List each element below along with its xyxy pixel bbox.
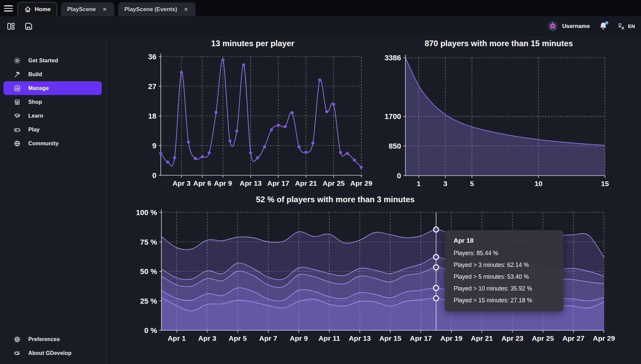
svg-text:Apr 9: Apr 9 [290, 334, 308, 342]
storefront-icon [13, 98, 21, 106]
svg-text:27: 27 [148, 82, 156, 91]
svg-text:18: 18 [148, 112, 156, 120]
svg-text:Apr 6: Apr 6 [193, 179, 211, 187]
svg-text:36: 36 [148, 53, 156, 61]
svg-text:10: 10 [535, 180, 542, 187]
sidebar-item-about[interactable]: About GDevelop [3, 346, 102, 360]
graduation-cap-icon [13, 112, 21, 120]
tooltip-line: Played > 3 minutes: 62.14 % [454, 262, 555, 269]
svg-text:Apr 27: Apr 27 [562, 334, 584, 342]
tooltip-line: Played > 15 minutes: 27.18 % [454, 297, 555, 304]
svg-text:0: 0 [397, 172, 401, 180]
sun-icon [13, 57, 21, 64]
hammer-icon [13, 71, 21, 78]
svg-text:Apr 9: Apr 9 [214, 179, 232, 187]
chart-tooltip: Apr 18 Players: 85.44 % Played > 3 minut… [445, 230, 563, 311]
sidebar-item-label: Preferences [28, 336, 60, 342]
svg-text:Apr 19: Apr 19 [440, 334, 462, 342]
svg-text:Apr 29: Apr 29 [593, 334, 615, 342]
svg-text:Apr 3: Apr 3 [198, 334, 216, 342]
svg-text:Apr 3: Apr 3 [173, 179, 191, 187]
svg-text:Apr 17: Apr 17 [267, 179, 289, 187]
tooltip-line: Players: 85.44 % [454, 250, 555, 257]
svg-text:Apr 17: Apr 17 [410, 334, 432, 342]
tooltip-line: Played > 10 minutes: 35.92 % [454, 285, 555, 292]
sidebar-item-label: Manage [28, 85, 49, 91]
sidebar-item-shop[interactable]: Shop [3, 95, 102, 109]
sidebar-item-preferences[interactable]: Preferences [3, 332, 102, 346]
sidebar-item-label: Get Started [28, 58, 58, 64]
gdevelop-window: Home PlayScene ✕ PlayScene (Events) ✕ [0, 0, 641, 364]
svg-text:Apr 21: Apr 21 [295, 179, 317, 187]
sidebar-item-label: Shop [28, 99, 42, 105]
svg-text:Apr 11: Apr 11 [318, 334, 340, 342]
svg-text:Apr 7: Apr 7 [259, 334, 277, 342]
svg-text:0: 0 [152, 171, 156, 180]
chart1-title: 13 minutes per player [211, 39, 295, 48]
sidebar-item-label: Community [28, 141, 59, 147]
svg-text:Apr 1: Apr 1 [167, 334, 186, 342]
chart2-title: 870 players with more than 15 minutes [425, 39, 573, 48]
gdevelop-logo-icon [13, 350, 21, 357]
sidebar-item-build[interactable]: Build [3, 67, 102, 81]
sidebar-item-community[interactable]: Community [3, 136, 102, 150]
sidebar-item-learn[interactable]: Learn [3, 109, 102, 123]
sidebar-item-label: Learn [28, 113, 43, 119]
svg-text:50 %: 50 % [140, 267, 157, 276]
svg-text:1: 1 [417, 180, 421, 187]
svg-text:100 %: 100 % [136, 208, 157, 217]
bar-chart-icon [13, 85, 21, 92]
svg-text:3: 3 [444, 180, 448, 187]
svg-text:Apr 5: Apr 5 [229, 334, 247, 342]
gear-icon [13, 336, 21, 343]
sidebar-item-play[interactable]: Play [3, 123, 102, 136]
svg-text:9: 9 [152, 142, 156, 150]
svg-text:Apr 13: Apr 13 [349, 334, 371, 342]
sidebar-item-label: About GDevelop [28, 350, 71, 356]
svg-text:1700: 1700 [385, 112, 401, 121]
sidebar-item-label: Play [28, 127, 40, 133]
sidebar-item-get-started[interactable]: Get Started [3, 54, 102, 67]
sidebar-item-manage[interactable]: Manage [3, 81, 102, 95]
svg-text:3386: 3386 [385, 54, 401, 62]
svg-text:Apr 23: Apr 23 [501, 334, 523, 342]
svg-text:Apr 29: Apr 29 [350, 179, 372, 187]
svg-text:0 %: 0 % [144, 326, 157, 335]
svg-text:25 %: 25 % [140, 297, 157, 305]
globe-icon [13, 140, 21, 147]
svg-text:5: 5 [470, 180, 474, 187]
svg-text:850: 850 [389, 142, 401, 150]
svg-text:15: 15 [601, 180, 609, 187]
svg-text:Apr 25: Apr 25 [323, 179, 345, 187]
sidebar: Get Started Build Manage Shop [0, 36, 107, 364]
tooltip-date: Apr 18 [454, 237, 555, 244]
svg-text:Apr 21: Apr 21 [471, 334, 493, 342]
svg-text:Apr 13: Apr 13 [240, 179, 262, 187]
tooltip-line: Played > 5 minutes: 53.40 % [454, 273, 555, 280]
gamepad-icon [13, 126, 21, 133]
chart3-title: 52 % of players with more than 3 minutes [256, 195, 415, 204]
svg-text:Apr 25: Apr 25 [532, 334, 554, 342]
sidebar-item-label: Build [28, 71, 42, 78]
svg-text:Apr 15: Apr 15 [379, 334, 401, 342]
svg-text:75 %: 75 % [140, 238, 157, 246]
